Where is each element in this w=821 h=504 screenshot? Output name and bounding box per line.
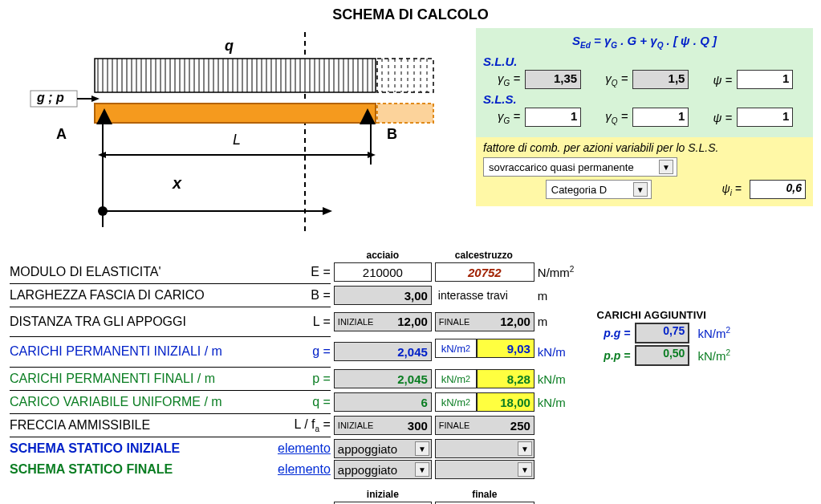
row-B-label: LARGHEZZA FASCIA DI CARICO — [8, 285, 276, 306]
g-yellow: 9,03 — [477, 339, 534, 358]
beam-diagram: q — [8, 28, 469, 239]
slu-gammaG-field[interactable]: 1,35 — [525, 70, 581, 89]
slu-psi-field[interactable]: 1 — [737, 70, 793, 89]
q-yellow: 18,00 — [477, 392, 534, 412]
chevron-down-icon: ▼ — [659, 160, 673, 174]
chevron-down-icon: ▼ — [633, 182, 648, 197]
chevron-down-icon: ▼ — [518, 462, 532, 477]
row-g-label: CARICHI PERMANENTI INIZIALI / m — [8, 338, 276, 365]
L-finale[interactable]: FINALE12,00 — [435, 312, 534, 331]
svg-marker-89 — [323, 207, 332, 215]
page-title: SCHEMA DI CALCOLO — [8, 6, 813, 23]
ssf-select-2[interactable]: ▼ — [435, 460, 534, 479]
elemento-link-fin[interactable]: elemento — [276, 459, 332, 480]
ssf-select[interactable]: appoggiato▼ — [334, 460, 432, 479]
fa-iniziale[interactable]: INIZIALE300 — [334, 416, 432, 435]
overload-type-select[interactable]: sovraccarico quasi permanente ▼ — [483, 157, 677, 177]
col-cls: calcestruzzo — [435, 250, 533, 261]
B-field[interactable]: 3,00 — [334, 286, 432, 305]
ssi-select-2[interactable]: ▼ — [435, 439, 534, 458]
additional-loads: CARICHI AGGIUNTIVI p.g = 0,75 kN/m2 p.p … — [596, 309, 730, 366]
p-field[interactable]: 2,045 — [334, 369, 432, 388]
row-q-label: CARICO VARIABILE UNIFORME / m — [8, 392, 276, 413]
sls-gammaG-field[interactable]: 1 — [525, 108, 581, 127]
row-X-label: ASCISSA DI RIFERIMENTO max M — [8, 501, 276, 504]
row-ssi-label: SCHEMA STATICO INIZIALE — [8, 438, 276, 459]
row-p-label: CARICHI PERMANENTI FINALI / m — [8, 368, 276, 389]
elemento-link-ini[interactable]: elemento — [276, 438, 332, 459]
variable-action-panel: fattore di comb. per azioni variabili pe… — [476, 137, 813, 206]
svg-text:x: x — [172, 174, 182, 192]
svg-rect-61 — [377, 59, 433, 92]
comb-note: fattore di comb. per azioni variabili pe… — [483, 141, 806, 154]
g-field[interactable]: 2,045 — [334, 342, 432, 361]
svg-text:g ; p: g ; p — [36, 91, 64, 104]
svg-text:L: L — [233, 132, 241, 148]
formula-panel: SEd = γG . G + γQ . [ ψ . Q ] S.L.U. γG … — [476, 28, 813, 137]
category-select[interactable]: Categoria D ▼ — [546, 180, 652, 199]
svg-text:q: q — [225, 38, 234, 54]
q-field[interactable]: 6 — [334, 392, 432, 412]
fa-finale[interactable]: FINALE250 — [435, 416, 534, 435]
svg-rect-74 — [95, 104, 376, 123]
svg-text:A: A — [56, 126, 67, 142]
pp-field[interactable]: 0,50 — [635, 345, 689, 366]
chevron-down-icon: ▼ — [518, 441, 532, 456]
chevron-down-icon: ▼ — [415, 441, 429, 456]
svg-marker-73 — [91, 96, 100, 102]
L-iniziale[interactable]: INIZIALE12,00 — [334, 312, 432, 331]
sls-psi-field[interactable]: 1 — [737, 108, 793, 127]
row-L-label: DISTANZA TRA GLI APPOGGI — [8, 308, 276, 335]
parameters-grid: acciaio calcestruzzo MODULO DI ELASTICIT… — [8, 249, 813, 504]
col-acciaio: acciaio — [334, 250, 432, 261]
sls-label: S.L.S. — [483, 92, 806, 106]
ssi-select[interactable]: appoggiato▼ — [334, 439, 432, 458]
row-fa-label: FRECCIA AMMISSIBILE — [8, 415, 276, 436]
p-yellow: 8,28 — [477, 369, 534, 388]
row-modE-label: MODULO DI ELASTICITA' — [8, 262, 276, 282]
row-ssf-label: SCHEMA STATICO FINALE — [8, 459, 276, 480]
chevron-down-icon: ▼ — [415, 462, 429, 477]
modE-cls: 20752 — [435, 262, 534, 282]
slu-label: S.L.U. — [483, 55, 806, 68]
svg-rect-75 — [377, 104, 433, 123]
sls-gammaQ-field[interactable]: 1 — [632, 108, 689, 127]
modE-acciaio[interactable]: 210000 — [334, 262, 432, 282]
psi-i-field[interactable]: 0,6 — [750, 180, 806, 199]
svg-text:B: B — [387, 126, 397, 142]
slu-gammaQ-field[interactable]: 1,5 — [632, 70, 689, 89]
pg-field[interactable]: 0,75 — [635, 323, 689, 343]
